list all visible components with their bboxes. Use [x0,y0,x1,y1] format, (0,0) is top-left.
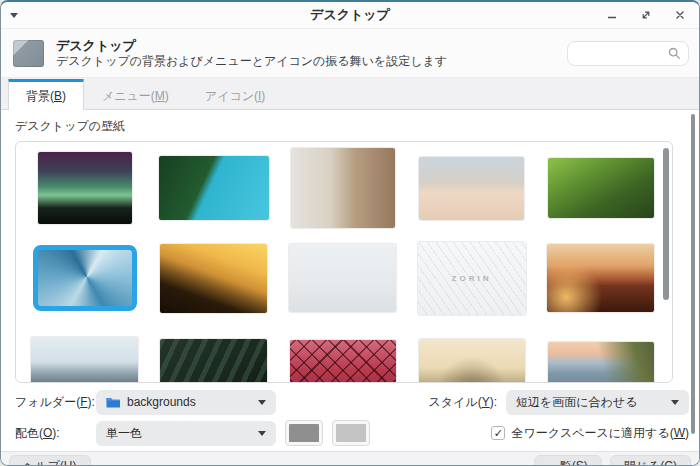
maximize-icon [640,9,652,21]
desktop-settings-window: デスクトップ デスクトップ デスクトップの背景およびメニュ [0,0,700,466]
wallpaper-list: ZORIN [15,141,673,383]
tab-menu[interactable]: メニュー(M) [84,79,187,110]
search-box[interactable] [567,41,689,66]
folder-value: backgrounds [127,395,196,409]
wallpaper-thumb-misty-temples[interactable] [419,339,525,383]
maximize-button[interactable] [635,4,657,26]
wallpaper-cell [149,244,278,313]
page-subtitle: デスクトップの背景およびメニューとアイコンの振る舞いを設定します [56,54,447,69]
wallpaper-cell [20,337,149,383]
thumb-overlay-text: ZORIN [452,274,492,283]
apply-all-checkbox[interactable]: ✓ [491,426,505,440]
wallpaper-cell [536,244,665,312]
wallpaper-row: ZORIN [20,232,672,324]
wallpaper-cell [536,342,665,383]
wallpaper-section-label: デスクトップの壁紙 [15,118,689,135]
search-input[interactable] [575,46,668,60]
header-text: デスクトップ デスクトップの背景およびメニューとアイコンの振る舞いを設定します [56,38,447,69]
search-icon [668,47,681,60]
color-swatch-2 [336,424,366,442]
style-group: スタイル(Y): 短辺を画面に合わせる [429,390,689,415]
style-label: スタイル(Y): [429,394,497,411]
dialog-header: デスクトップ デスクトップの背景およびメニューとアイコンの振る舞いを設定します [1,29,699,78]
color-label: 配色(O): [15,425,96,442]
close-dialog-button[interactable]: 閉じる(C) [610,455,691,466]
wallpaper-thumb-colosseum[interactable] [291,148,395,228]
chevron-down-icon [671,400,679,405]
style-value: 短辺を画面に合わせる [516,394,637,411]
wallpaper-row [20,324,672,383]
wallpaper-row [20,144,672,232]
wallpaper-controls: フォルダー(F): backgrounds スタイル(Y): 短辺を画面に合わせ… [15,383,689,451]
window-controls [601,4,699,26]
help-button[interactable]: ヘルプ(H) [9,455,91,466]
wallpaper-thumb-turquoise-lake[interactable] [159,156,269,220]
wallpaper-thumb-palm-leaves[interactable] [160,339,267,383]
wallpaper-cell: ZORIN [407,242,536,315]
wallpaper-cell [278,340,407,383]
wallpaper-thumb-desert-dunes[interactable] [419,157,524,220]
close-icon [674,9,686,21]
page-title: デスクトップ [56,38,447,54]
wallpaper-thumb-blue-spiral-staircase[interactable] [33,245,137,311]
color-swatch-2-button[interactable] [332,420,370,446]
window-menu-button[interactable] [1,2,27,28]
window-scrollbar[interactable] [691,114,695,434]
wallpaper-grid: ZORIN [20,144,672,383]
wallpaper-cell [20,245,149,311]
folder-style-row: フォルダー(F): backgrounds スタイル(Y): 短辺を画面に合わせ… [15,389,689,415]
wallpaper-thumb-green-hills[interactable] [548,158,654,218]
wallpaper-thumb-red-lattice[interactable] [290,340,396,383]
wallpaper-list-scrollbar[interactable] [663,148,669,300]
checkmark-icon: ✓ [494,428,503,439]
wallpaper-cell [407,339,536,383]
tab-icons[interactable]: アイコン(I) [187,79,283,110]
wallpaper-thumb-monument-valley[interactable] [547,244,654,312]
minimize-icon [606,9,618,21]
folder-label: フォルダー(F): [15,394,96,411]
folder-icon [106,397,120,408]
wallpaper-cell [278,148,407,228]
wallpaper-thumb-aurora-forest[interactable] [38,152,132,224]
tab-background[interactable]: 背景(B) [8,79,84,110]
close-button[interactable] [669,4,691,26]
wallpaper-cell [278,244,407,312]
window-title: デスクトップ [1,6,699,24]
color-swatch-1 [289,424,319,442]
color-apply-row: 配色(O): 単一色 ✓ 全ワークスペースに適用する(W) [15,420,689,446]
desktop-settings-icon [13,40,44,67]
color-swatch-1-button[interactable] [285,420,323,446]
style-dropdown[interactable]: 短辺を画面に合わせる [506,390,689,415]
chevron-down-icon [258,431,266,436]
minimize-button[interactable] [601,4,623,26]
wallpaper-cell [149,339,278,383]
tabstrip: 背景(B) メニュー(M) アイコン(I) [1,78,699,110]
color-style-dropdown[interactable]: 単一色 [96,421,276,446]
wallpaper-thumb-snowy-plain[interactable] [289,244,396,312]
chevron-down-icon [258,400,266,405]
wallpaper-cell [407,157,536,220]
folder-dropdown[interactable]: backgrounds [96,390,276,415]
apply-all-group: ✓ 全ワークスペースに適用する(W) [491,425,689,442]
wallpaper-cell [20,152,149,224]
apply-all-label[interactable]: 全ワークスペースに適用する(W) [511,425,689,442]
titlebar: デスクトップ [1,2,699,29]
wallpaper-thumb-coastal-cliffs[interactable] [548,342,654,383]
wallpaper-cell [149,156,278,220]
background-tab-panel: デスクトップの壁紙 ZORIN フォルダー(F): backgrounds スタ… [1,110,699,451]
window-menu-icon [10,13,18,18]
wallpaper-cell [536,158,665,218]
wallpaper-thumb-zorin-lines[interactable]: ZORIN [418,242,526,315]
all-settings-button[interactable]: 一覧(S) [534,455,602,466]
wallpaper-thumb-golden-mountains[interactable] [160,244,267,313]
wallpaper-thumb-mountain-lake[interactable] [31,337,138,383]
color-style-value: 単一色 [106,425,142,442]
dialog-footer: ヘルプ(H) 一覧(S) 閉じる(C) [1,451,699,466]
